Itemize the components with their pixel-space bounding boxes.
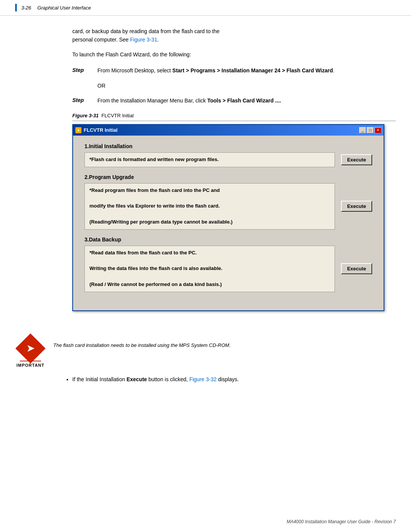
page-container: 3-26 Graphical User Interface card, or b…: [0, 0, 411, 532]
important-arrow-icon: ➤: [27, 343, 34, 354]
close-button[interactable]: ✕: [374, 127, 381, 133]
intro-line2: personal computer. See: [72, 37, 130, 43]
or-divider: OR: [97, 83, 396, 89]
dialog-section-program-upgrade: 2.Program Upgrade *Read program files fr…: [84, 174, 372, 230]
dialog-controls: _ □ ✕: [359, 127, 381, 133]
dialog-section-initial-installation: 1.Initial Installation *Flash card is fo…: [84, 143, 372, 167]
figure-caption-area: Figure 3-31 FLCVTR Initial: [72, 112, 396, 121]
intro-line1: card, or backup data by reading data fro…: [72, 28, 220, 34]
step-2-row: Step From the Installation Manager Menu …: [72, 96, 396, 105]
page-header: 3-26 Graphical User Interface: [0, 0, 411, 16]
dialog-titlebar: ♦ FLCVTR Initial _ □ ✕: [73, 125, 384, 136]
header-accent-bar: [15, 4, 17, 11]
section-3-title: 3.Data Backup: [84, 236, 372, 243]
content-area: card, or backup data by reading data fro…: [0, 16, 411, 334]
execute-button-1[interactable]: Execute: [341, 154, 372, 165]
dialog-box: ♦ FLCVTR Initial _ □ ✕ 1.Initial Install…: [72, 124, 384, 311]
step-1-row: Step From Microsoft Desktop, select Star…: [72, 66, 396, 75]
dialog-section-data-backup: 3.Data Backup *Read data files from the …: [84, 236, 372, 292]
header-title: Graphical User Interface: [37, 5, 91, 11]
section-2-row: *Read program files from the flash card …: [84, 183, 372, 230]
intro-paragraph: card, or backup data by reading data fro…: [72, 27, 396, 44]
important-text: The flash card installation needs to be …: [53, 338, 231, 349]
restore-button[interactable]: □: [367, 127, 374, 133]
figure-caption: Figure 3-31 FLCVTR Initial: [72, 113, 134, 118]
page-number: 3-26: [21, 5, 31, 11]
step-1-label: Step: [72, 66, 91, 73]
figure-32-link[interactable]: Figure 3-32: [189, 376, 217, 382]
important-area: ➤ IMPORTANT The flash card installation …: [15, 338, 396, 367]
section-3-box: *Read data files from the flash card to …: [84, 246, 335, 292]
dialog-body: 1.Initial Installation *Flash card is fo…: [73, 136, 384, 310]
footer-text: MA4000 Installation Manager User Guide -…: [287, 519, 396, 524]
intro-line3: To launch the Flash Card Wizard, do the …: [72, 50, 396, 59]
step-2-content: From the Installation Manager Menu Bar, …: [97, 96, 281, 105]
section-1-row: *Flash card is formatted and written new…: [84, 152, 372, 167]
execute-button-2[interactable]: Execute: [341, 201, 372, 212]
section-1-title: 1.Initial Installation: [84, 143, 372, 149]
dialog-title-left: ♦ FLCVTR Initial: [75, 127, 118, 133]
bullet-item-1: If the Initial Installation Execute butt…: [72, 375, 396, 383]
section-2-box: *Read program files from the flash card …: [84, 183, 335, 230]
step-1-content: From Microsoft Desktop, select Start > P…: [97, 66, 335, 75]
section-3-row: *Read data files from the flash card to …: [84, 246, 372, 292]
minimize-button[interactable]: _: [359, 127, 366, 133]
page-footer: MA4000 Installation Manager User Guide -…: [287, 519, 396, 524]
execute-button-3[interactable]: Execute: [341, 263, 372, 274]
figure-31-link[interactable]: Figure 3-31: [130, 37, 158, 43]
dialog-title-text: FLCVTR Initial: [84, 127, 118, 133]
section-1-box: *Flash card is formatted and written new…: [84, 152, 335, 167]
bullet-list: If the Initial Installation Execute butt…: [72, 375, 396, 383]
step-2-label: Step: [72, 96, 91, 103]
section-2-title: 2.Program Upgrade: [84, 174, 372, 180]
dialog-app-icon: ♦: [75, 127, 81, 133]
important-icon-wrapper: ➤ IMPORTANT: [15, 338, 46, 367]
important-diamond-icon: ➤: [15, 333, 45, 363]
